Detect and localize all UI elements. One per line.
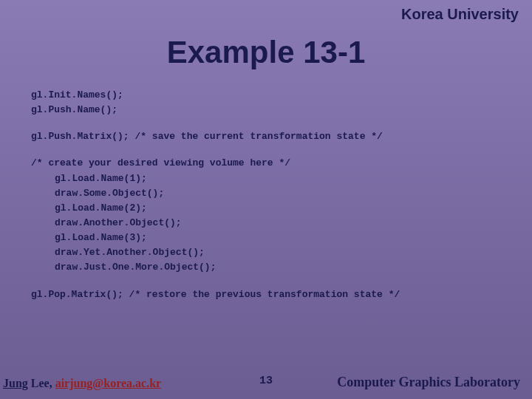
code-line: draw.Some.Object(); bbox=[31, 186, 532, 201]
code-line: gl.Pop.Matrix(); /* restore the previous… bbox=[31, 287, 532, 302]
author-name: Jung bbox=[3, 377, 28, 389]
code-block: gl.Init.Names(); gl.Push.Name(); gl.Push… bbox=[0, 88, 532, 302]
author-credit: Jung Lee, airjung@korea.ac.kr bbox=[3, 377, 161, 390]
slide-title: Example 13-1 bbox=[0, 35, 532, 70]
code-line: gl.Push.Name(); bbox=[31, 103, 532, 117]
code-line: gl.Load.Name(1); bbox=[31, 171, 532, 186]
code-line: gl.Push.Matrix(); /* save the current tr… bbox=[31, 129, 532, 144]
author-email-link[interactable]: airjung@korea.ac.kr bbox=[55, 377, 161, 389]
code-line: gl.Load.Name(2); bbox=[31, 201, 532, 216]
code-line: /* create your desired viewing volume he… bbox=[31, 156, 532, 171]
code-line: draw.Yet.Another.Object(); bbox=[31, 245, 532, 260]
lab-name: Computer Graphics Laboratory bbox=[337, 375, 520, 390]
code-line: draw.Another.Object(); bbox=[31, 216, 532, 231]
footer: Jung Lee, airjung@korea.ac.kr 13 Compute… bbox=[0, 375, 532, 393]
page-number: 13 bbox=[259, 375, 273, 387]
institution-header: Korea University bbox=[0, 0, 532, 23]
code-line: gl.Init.Names(); bbox=[31, 88, 532, 103]
code-line: draw.Just.One.More.Object(); bbox=[31, 260, 532, 275]
code-line: gl.Load.Name(3); bbox=[31, 231, 532, 245]
author-rest: Lee, bbox=[28, 377, 55, 389]
